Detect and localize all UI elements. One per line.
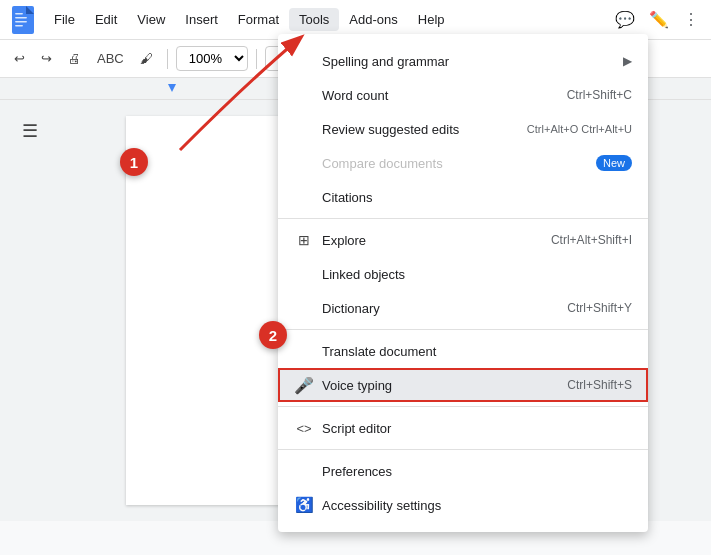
menu-view[interactable]: View xyxy=(127,8,175,31)
mic-icon: 🎤 xyxy=(294,376,314,395)
script-editor-item[interactable]: <> Script editor xyxy=(278,411,648,445)
review-suggested-item[interactable]: Review suggested edits Ctrl+Alt+O Ctrl+A… xyxy=(278,112,648,146)
ruler-marker xyxy=(168,84,176,92)
menu-section-3: Translate document 🎤 Voice typing Ctrl+S… xyxy=(278,330,648,407)
svg-rect-1 xyxy=(15,13,23,15)
svg-rect-4 xyxy=(15,25,23,27)
menu-edit[interactable]: Edit xyxy=(85,8,127,31)
separator2 xyxy=(256,49,257,69)
menu-section-4: <> Script editor xyxy=(278,407,648,450)
paint-format-button[interactable]: 🖌 xyxy=(134,47,159,70)
svg-rect-0 xyxy=(12,6,34,34)
preferences-item[interactable]: Preferences xyxy=(278,454,648,488)
top-right-icons: 💬 ✏️ ⋮ xyxy=(611,6,703,33)
zoom-select[interactable]: 100% xyxy=(176,46,248,71)
linked-objects-item[interactable]: Linked objects xyxy=(278,257,648,291)
explore-item[interactable]: ⊞ Explore Ctrl+Alt+Shift+I xyxy=(278,223,648,257)
code-icon: <> xyxy=(294,421,314,436)
dictionary-item[interactable]: Dictionary Ctrl+Shift+Y xyxy=(278,291,648,325)
menu-section-5: Preferences ♿ Accessibility settings xyxy=(278,450,648,526)
menu-insert[interactable]: Insert xyxy=(175,8,228,31)
menu-help[interactable]: Help xyxy=(408,8,455,31)
arrow-icon: ▶ xyxy=(623,54,632,68)
voice-typing-item[interactable]: 🎤 Voice typing Ctrl+Shift+S xyxy=(278,368,648,402)
comments-icon[interactable]: 💬 xyxy=(611,6,639,33)
explore-icon: ⊞ xyxy=(294,232,314,248)
svg-rect-3 xyxy=(15,21,27,23)
accessibility-item[interactable]: ♿ Accessibility settings xyxy=(278,488,648,522)
left-panel: ☰ xyxy=(0,100,60,521)
google-docs-logo xyxy=(8,5,38,35)
spellcheck-button[interactable]: ABC xyxy=(91,47,130,70)
menu-section-2: ⊞ Explore Ctrl+Alt+Shift+I Linked object… xyxy=(278,219,648,330)
pen-icon[interactable]: ✏️ xyxy=(645,6,673,33)
redo-button[interactable]: ↪ xyxy=(35,47,58,70)
menu-tools[interactable]: Tools xyxy=(289,8,339,31)
undo-button[interactable]: ↩ xyxy=(8,47,31,70)
citations-item[interactable]: Citations xyxy=(278,180,648,214)
accessibility-icon: ♿ xyxy=(294,496,314,514)
separator xyxy=(167,49,168,69)
annotation-1: 1 xyxy=(120,148,148,176)
spelling-grammar-item[interactable]: Spelling and grammar ▶ xyxy=(278,44,648,78)
menu-addons[interactable]: Add-ons xyxy=(339,8,407,31)
tools-dropdown-menu: Spelling and grammar ▶ Word count Ctrl+S… xyxy=(278,34,648,532)
print-button[interactable]: 🖨 xyxy=(62,47,87,70)
menu-section-1: Spelling and grammar ▶ Word count Ctrl+S… xyxy=(278,40,648,219)
svg-rect-2 xyxy=(15,17,27,19)
compare-documents-item[interactable]: Compare documents New xyxy=(278,146,648,180)
more-icon[interactable]: ⋮ xyxy=(679,6,703,33)
annotation-2: 2 xyxy=(259,321,287,349)
menu-file[interactable]: File xyxy=(44,8,85,31)
menu-format[interactable]: Format xyxy=(228,8,289,31)
translate-document-item[interactable]: Translate document xyxy=(278,334,648,368)
word-count-item[interactable]: Word count Ctrl+Shift+C xyxy=(278,78,648,112)
new-badge: New xyxy=(596,155,632,171)
outline-icon[interactable]: ☰ xyxy=(22,120,38,142)
